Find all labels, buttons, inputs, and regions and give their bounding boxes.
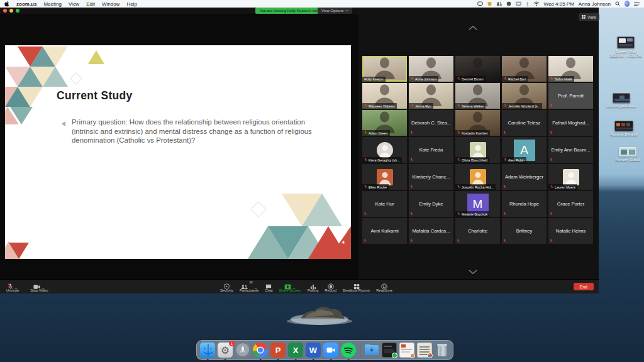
- dock-item-trash[interactable]: [435, 343, 450, 358]
- close-window-button[interactable]: [3, 9, 7, 13]
- gallery-view-button[interactable]: View: [579, 13, 599, 21]
- dock-item-launchpad[interactable]: [235, 343, 250, 358]
- muted-mic-icon: [550, 185, 553, 189]
- muted-mic-icon: [457, 131, 460, 135]
- breakout-rooms-button[interactable]: Breakout Rooms: [341, 280, 371, 293]
- participant-tile[interactable]: Kimberly Chanc...: [409, 164, 453, 190]
- participant-tile[interactable]: Rhonda Hope: [502, 191, 547, 217]
- participant-tile[interactable]: Kostadin Kushlev: [455, 110, 500, 136]
- muted-mic-icon: [364, 212, 367, 216]
- participant-tile[interactable]: Denzell Brown: [455, 56, 500, 82]
- reactions-button[interactable]: Reactions: [375, 280, 394, 293]
- menu-item-edit[interactable]: Edit: [86, 1, 95, 7]
- participant-tile[interactable]: Maureen Tibbetts: [362, 83, 407, 109]
- desktop-icon-honors-subul[interactable]: Honors_Subul: [605, 147, 644, 162]
- participant-tile[interactable]: Caroline Telesz: [502, 110, 547, 136]
- running-indicator-dot: [277, 359, 279, 361]
- participant-tile[interactable]: Charlotte: [455, 218, 500, 244]
- dock-item-excel[interactable]: X: [288, 343, 303, 358]
- chat-button[interactable]: Chat: [264, 280, 274, 293]
- record-button[interactable]: Record: [323, 280, 338, 293]
- running-indicator-dot: [225, 359, 226, 361]
- bluetooth-icon[interactable]: [526, 1, 529, 7]
- muted-mic-icon: [457, 158, 460, 162]
- zoom-window-button[interactable]: [16, 9, 19, 13]
- participant-tile[interactable]: Anna Johnson: [409, 56, 453, 82]
- toolbar-button-label: Reactions: [376, 288, 392, 292]
- participant-tile[interactable]: Jenna Ryu: [409, 83, 453, 109]
- participant-tile[interactable]: Deborah C. Stea...: [409, 110, 453, 136]
- desktop-icon-screen-shot[interactable]: Screen Shot2021-04…4.31 PM: [603, 36, 644, 58]
- dock-item-minimized-window-doc[interactable]: [399, 343, 414, 358]
- participant-tile[interactable]: Prof. Parrott: [548, 83, 593, 109]
- participant-tile[interactable]: Brittney: [502, 218, 547, 244]
- dock-item-zoom[interactable]: [323, 343, 338, 358]
- dock-item-finder[interactable]: [200, 343, 215, 358]
- participant-tile[interactable]: Natalie Helms: [548, 218, 593, 244]
- participant-tile[interactable]: Kate Freda: [409, 137, 453, 163]
- spotlight-search-icon[interactable]: [615, 1, 620, 7]
- dock-item-minimized-window-keyboard[interactable]: [417, 343, 432, 358]
- unmute-button[interactable]: Unmute: [5, 280, 20, 293]
- share-screen-button[interactable]: Share Screen: [278, 280, 303, 293]
- toolbar-button-label: Chat: [265, 288, 272, 292]
- notification-badge: 1: [229, 341, 235, 346]
- desktop-icon-honors-denzell[interactable]: Honors_Denzell: [601, 121, 644, 137]
- desktop-icon-honors-maureen[interactable]: Honors_Maureen: [599, 93, 644, 109]
- apple-menu-icon[interactable]: [4, 1, 9, 7]
- screen-mirroring-icon[interactable]: [477, 1, 483, 7]
- dock-item-chrome[interactable]: [253, 343, 268, 358]
- dock-item-word[interactable]: W: [306, 343, 321, 358]
- view-options-button[interactable]: View Options: [318, 8, 352, 14]
- participant-tile[interactable]: Ellen Roche: [362, 164, 407, 190]
- display-status-icon[interactable]: [516, 1, 521, 7]
- participant-tile[interactable]: Jennifer Woolard (s...: [502, 83, 547, 109]
- globe-status-icon[interactable]: [506, 1, 511, 7]
- shield-status-icon[interactable]: [487, 1, 492, 7]
- menu-item-zoomus[interactable]: zoom.us: [16, 1, 36, 7]
- dock-item-spotify[interactable]: [341, 343, 356, 358]
- control-center-icon[interactable]: [634, 1, 640, 7]
- participant-tile[interactable]: MMelanie Boychuk: [455, 191, 500, 217]
- participant-tile[interactable]: Joscelin Rocha Hid...: [455, 164, 500, 190]
- participant-name: Brittney: [502, 218, 547, 244]
- participant-tile[interactable]: Fathali Moghad...: [548, 110, 593, 136]
- security-button[interactable]: Security: [219, 280, 235, 293]
- menu-item-meeting[interactable]: Meeting: [43, 1, 61, 7]
- menu-clock[interactable]: Wed 4:05 PM: [544, 1, 574, 7]
- gallery-scroll-up[interactable]: [468, 25, 478, 30]
- participant-tile[interactable]: Mafalda Cardos...: [409, 218, 453, 244]
- participant-tile[interactable]: Emily Dyke: [409, 191, 453, 217]
- participants-button[interactable]: 30Participants: [238, 280, 260, 293]
- minimize-window-button[interactable]: [9, 9, 13, 13]
- participant-tile[interactable]: Lauren Myers: [548, 164, 593, 190]
- gallery-scroll-down[interactable]: [468, 269, 478, 274]
- dock-item-system-preferences[interactable]: ⚙1: [218, 343, 233, 358]
- participant-tile[interactable]: Adam Weinberger: [502, 164, 547, 190]
- dock-item-powerpoint[interactable]: P: [270, 343, 286, 358]
- participant-tile[interactable]: Rachel Barr: [502, 56, 547, 82]
- wifi-icon[interactable]: [533, 1, 540, 7]
- participant-tile[interactable]: Grace Porter: [548, 191, 593, 217]
- stop-video-button[interactable]: Stop Video: [29, 280, 49, 293]
- participant-tile[interactable]: Kate Hur: [362, 191, 407, 217]
- dock-item-minimized-window-zoom[interactable]: [382, 343, 397, 358]
- dock-item-downloads-folder[interactable]: [364, 343, 379, 358]
- participant-tile[interactable]: Adam Green: [362, 110, 407, 136]
- participant-tile[interactable]: Holly Keaton: [362, 56, 407, 82]
- end-meeting-button[interactable]: End: [574, 283, 594, 290]
- menu-item-window[interactable]: Window: [102, 1, 119, 7]
- participant-tile[interactable]: Serena Walker: [455, 83, 500, 109]
- polling-button[interactable]: Polling: [306, 280, 319, 293]
- menu-user-name[interactable]: Anna Johnson: [579, 1, 611, 7]
- participant-tile[interactable]: Kiera Geraghty (sh...: [362, 137, 407, 163]
- participant-tile[interactable]: Emily Ann Baum...: [548, 137, 593, 163]
- participant-tile[interactable]: Subul Malik: [548, 56, 593, 82]
- siri-icon[interactable]: [625, 1, 630, 7]
- participant-tile[interactable]: Olivia Blanchfield: [455, 137, 500, 163]
- zoom-status-icon[interactable]: [496, 1, 502, 7]
- participant-tile[interactable]: Avni Kulkarni: [362, 218, 407, 244]
- participant-tile[interactable]: AAlex Rubin: [502, 137, 547, 163]
- menu-item-help[interactable]: Help: [126, 1, 136, 7]
- menu-item-view[interactable]: View: [69, 1, 79, 7]
